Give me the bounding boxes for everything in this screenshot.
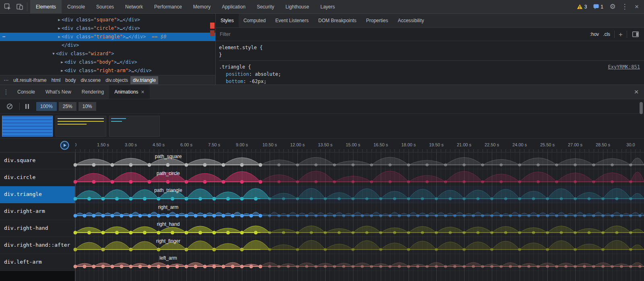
animation-row-div-right-hand-after[interactable]: div.right-hand::afterright_finger	[0, 237, 644, 254]
styles-tab-properties[interactable]: Properties	[361, 14, 393, 27]
styles-tab-accessibility[interactable]: Accessibility	[393, 14, 429, 27]
pseudo-state-toggle[interactable]: :hov	[590, 31, 599, 37]
element-class-toggle[interactable]: .cls	[603, 31, 610, 37]
dom-node-row[interactable]: </div>	[0, 41, 215, 50]
expand-arrow-icon[interactable]: ▶	[60, 58, 64, 67]
main-tab-network[interactable]: Network	[120, 0, 149, 13]
drawer-tab-console[interactable]: Console	[12, 85, 40, 99]
breadcrumb-overflow[interactable]: ⋯	[2, 77, 11, 83]
animation-row-element[interactable]: div.right-hand::after	[0, 237, 75, 254]
inspect-element-button[interactable]	[2, 1, 13, 12]
drawer-menu-button[interactable]: ⋮	[0, 85, 12, 99]
animation-track[interactable]: right_arm	[75, 203, 644, 220]
node-overflow-menu-icon[interactable]: ⋯	[2, 33, 6, 41]
animation-row-div-square[interactable]: div.squarepath_square	[0, 152, 644, 169]
ruler-label: 22.50 s	[485, 142, 499, 147]
issues-badge[interactable]: 1	[590, 4, 606, 10]
breadcrumb-item-html[interactable]: html	[49, 76, 63, 84]
animation-row-element[interactable]: div.circle	[0, 169, 75, 186]
main-tab-performance[interactable]: Performance	[149, 0, 188, 13]
stylesheet-source-link[interactable]: ExyYRMK:851	[608, 63, 640, 71]
clear-animations-button[interactable]	[4, 101, 15, 112]
styles-tab-dom-breakpoints[interactable]: DOM Breakpoints	[314, 14, 361, 27]
toolbar-left-icons	[0, 0, 30, 13]
styles-tab-event-listeners[interactable]: Event Listeners	[270, 14, 314, 27]
styles-filter-input[interactable]	[220, 31, 590, 37]
scrollbar-error-marker[interactable]	[210, 23, 215, 29]
breadcrumb-item-ult-result-iframe[interactable]: ult.result-iframe	[11, 76, 49, 84]
replay-button[interactable]	[60, 141, 69, 151]
animation-row-element[interactable]: div.triangle	[0, 186, 75, 203]
close-tab-icon[interactable]: ×	[141, 89, 144, 95]
expand-arrow-icon[interactable]: ▶	[57, 33, 62, 41]
main-tab-layers[interactable]: Layers	[315, 0, 341, 13]
warnings-badge[interactable]: 3	[574, 4, 590, 10]
dom-node-row[interactable]: ▶<div class="body">…</div>	[0, 58, 215, 67]
styles-tab-styles[interactable]: Styles	[216, 14, 239, 27]
playback-rate-100[interactable]: 100%	[36, 102, 57, 111]
animation-row-div-circle[interactable]: div.circlepath_circle	[0, 169, 644, 186]
settings-button[interactable]: ⚙	[607, 1, 618, 12]
drawer-tab-rendering[interactable]: Rendering	[76, 85, 109, 99]
ruler-label: 28.50 s	[596, 142, 610, 147]
animation-group-preview-3[interactable]	[109, 116, 160, 137]
main-tab-application[interactable]: Application	[216, 0, 251, 13]
animation-track[interactable]: path_circle	[75, 169, 644, 186]
timeline-ruler[interactable]: 01.50 s3.00 s4.50 s6.00 s7.50 s9.00 s10.…	[75, 139, 644, 152]
css-declaration[interactable]: position: absolute;	[219, 71, 640, 78]
styles-tab-computed[interactable]: Computed	[239, 14, 270, 27]
dom-node-row[interactable]: ▶<div class="square">…</div>	[0, 16, 215, 24]
css-selector[interactable]: .triangle	[219, 64, 245, 70]
animation-row-element[interactable]: div.left-arm	[0, 254, 75, 271]
css-selector[interactable]: element.style	[219, 45, 257, 50]
more-options-button[interactable]: ⋮	[619, 1, 630, 12]
animation-row-div-right-hand[interactable]: div.right-handright_hand	[0, 220, 644, 237]
breadcrumb-item-div-triangle[interactable]: div.triangle	[130, 76, 158, 84]
animation-row-div-triangle[interactable]: div.trianglepath_triangle	[0, 186, 644, 203]
main-tab-security[interactable]: Security	[251, 0, 280, 13]
expand-arrow-icon[interactable]: ▼	[51, 50, 56, 58]
animation-group-preview-2[interactable]	[56, 116, 106, 137]
pause-button[interactable]	[24, 102, 31, 110]
animation-row-element[interactable]: div.right-hand	[0, 220, 75, 237]
css-declaration[interactable]: bottom: -62px;	[219, 78, 640, 85]
close-drawer-button[interactable]: ×	[629, 85, 644, 99]
playback-rate-25[interactable]: 25%	[59, 102, 76, 111]
scrollbar-thumb[interactable]	[640, 102, 643, 114]
main-tab-lighthouse[interactable]: Lighthouse	[280, 0, 315, 13]
device-toolbar-button[interactable]	[14, 1, 25, 12]
dom-scrollbar[interactable]	[210, 14, 215, 75]
animation-group-preview-1[interactable]	[2, 116, 53, 137]
drawer-tab-animations[interactable]: Animations×	[109, 85, 150, 99]
dom-node-row[interactable]: ▶<div class="circle">…</div>	[0, 24, 215, 33]
playback-rate-10[interactable]: 10%	[78, 102, 96, 111]
animation-track[interactable]: right_finger	[75, 237, 644, 254]
dom-node-row[interactable]: ⋯▶<div class="triangle">…</div> == $0	[0, 33, 215, 41]
drawer-tab-what-s-new[interactable]: What’s New	[40, 85, 76, 99]
close-devtools-button[interactable]: ×	[631, 1, 642, 12]
new-style-rule-button[interactable]: +	[619, 31, 623, 38]
animation-row-div-right-arm[interactable]: div.right-armright_arm	[0, 203, 644, 220]
animation-track[interactable]: path_triangle	[75, 186, 644, 203]
animation-name: right_finger	[156, 238, 180, 244]
animation-track[interactable]: left_arm	[75, 254, 644, 271]
toggle-sidebar-button[interactable]	[631, 30, 640, 39]
main-tab-memory[interactable]: Memory	[188, 0, 216, 13]
breadcrumb-item-body[interactable]: body	[63, 76, 78, 84]
animation-track[interactable]: path_square	[75, 152, 644, 169]
animation-track[interactable]: right_hand	[75, 220, 644, 237]
expand-arrow-icon[interactable]: ▶	[57, 24, 62, 33]
expand-arrow-icon[interactable]: ▶	[57, 16, 62, 24]
breadcrumb-item-div-objects[interactable]: div.objects	[103, 76, 130, 84]
animation-row-div-left-arm[interactable]: div.left-armleft_arm	[0, 254, 644, 271]
expand-arrow-icon[interactable]: ▶	[60, 67, 64, 75]
animation-row-element[interactable]: div.square	[0, 152, 75, 169]
main-tab-elements[interactable]: Elements	[30, 0, 62, 13]
main-tab-sources[interactable]: Sources	[91, 0, 120, 13]
dom-node-row[interactable]: ▼<div class="wizard">	[0, 50, 215, 58]
animation-row-element[interactable]: div.right-arm	[0, 203, 75, 220]
dom-node-row[interactable]: ▶<div class="right-arm">…</div>	[0, 67, 215, 75]
scrollbar-error-marker[interactable]	[210, 30, 215, 36]
breadcrumb-item-div-scene[interactable]: div.scene	[78, 76, 103, 84]
main-tab-console[interactable]: Console	[62, 0, 91, 13]
